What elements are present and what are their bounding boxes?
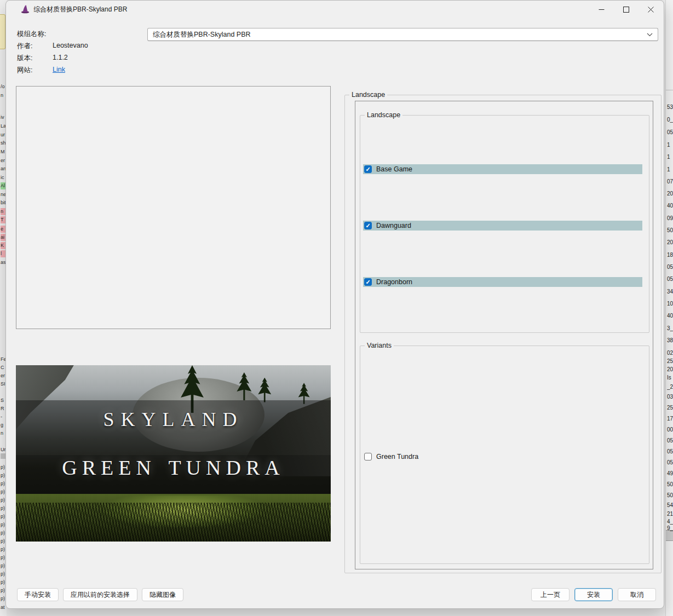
background-list-row: 05 <box>667 129 673 136</box>
website-link[interactable]: Link <box>53 66 65 73</box>
chevron-down-icon <box>647 31 653 38</box>
title-bar[interactable]: 综合材质替换PBR-Skyland PBR <box>6 1 664 18</box>
author-label: 作者: <box>17 42 32 51</box>
option-group-label: Landscape <box>365 111 402 119</box>
background-list-row: 9_ <box>667 525 673 532</box>
background-list-row: 02 <box>667 349 673 357</box>
mod-name-label: 模组名称: <box>17 30 46 39</box>
background-list-row: 1 <box>667 166 673 174</box>
footer-right-buttons: 上一页 安装 取消 <box>531 588 656 601</box>
previous-page-button[interactable]: 上一页 <box>531 588 570 601</box>
background-list-row: 54 <box>667 502 673 509</box>
background-list-row: 05 <box>667 275 673 283</box>
minimize-button[interactable] <box>589 1 614 18</box>
background-list-row: Is <box>667 374 673 382</box>
background-list-row: 03 <box>667 393 673 401</box>
background-panel-fragment <box>0 14 5 49</box>
background-list-row: 17 <box>667 415 673 423</box>
desktop: /onivLaurshMeranicAlnebitnTeaiKlasFeCerS… <box>0 0 673 616</box>
option-group-variants: Variants Green Tundra <box>360 346 649 564</box>
background-list-row: 40 <box>667 202 673 210</box>
option-row-dragonborn[interactable]: Dragonborn <box>363 277 642 287</box>
background-list-row: 09 <box>667 215 673 222</box>
background-list-row: 05 <box>667 437 673 445</box>
background-list-row: 20 <box>667 239 673 246</box>
background-list-row: 20 <box>667 366 673 373</box>
checkbox-icon[interactable] <box>364 165 372 173</box>
background-list-row: 21 <box>667 510 673 518</box>
mod-preview-image: Skyland Green Tundra <box>16 365 331 542</box>
option-group-label: Variants <box>365 342 394 350</box>
maximize-button[interactable] <box>614 1 639 18</box>
version-label: 版本: <box>17 54 32 63</box>
option-group-landscape: Landscape Base Game Dawnguard Dragonborn <box>360 115 649 333</box>
background-list-row: 20 <box>667 190 673 198</box>
step-group-landscape: Landscape Landscape Base Game Dawnguard … <box>344 95 662 573</box>
background-list-row: 50 <box>667 492 673 499</box>
step-group-label: Landscape <box>349 91 387 99</box>
option-row-green-tundra[interactable]: Green Tundra <box>363 452 642 462</box>
background-list-row: 10 <box>667 300 673 308</box>
background-list-row: 0_ <box>667 116 673 124</box>
option-label: Green Tundra <box>376 453 418 460</box>
checkbox-icon[interactable] <box>364 222 372 229</box>
option-row-base-game[interactable]: Base Game <box>363 164 642 174</box>
option-label: Dragonborn <box>376 278 412 286</box>
background-list-row: 34 <box>667 288 673 296</box>
options-scroll-area[interactable]: Landscape Base Game Dawnguard Dragonborn <box>355 101 653 569</box>
background-list-row: 38 <box>667 337 673 344</box>
mod-name-dropdown-value: 综合材质替换PBR-Skyland PBR <box>153 30 647 39</box>
background-list-row: 50 <box>667 481 673 488</box>
option-label: Dawnguard <box>376 222 411 229</box>
checkbox-icon[interactable] <box>364 278 372 286</box>
background-list-row: 1 <box>667 141 673 149</box>
background-list-row: 05 <box>667 459 673 467</box>
background-list-row: 40 <box>667 312 673 320</box>
install-button[interactable]: 安装 <box>574 588 613 601</box>
window-controls <box>589 1 663 18</box>
author-value: Leostevano <box>53 42 88 49</box>
background-list-row: 25 <box>667 404 673 412</box>
background-list-row: 49 <box>667 470 673 477</box>
checkbox-icon[interactable] <box>364 453 372 460</box>
option-row-dawnguard[interactable]: Dawnguard <box>363 221 642 231</box>
background-list-row: _2 <box>667 383 673 391</box>
image-grass-texture <box>16 503 331 542</box>
version-value: 1.1.2 <box>53 54 68 61</box>
cancel-button[interactable]: 取消 <box>618 588 656 601</box>
background-list-row: 3_ <box>667 325 673 332</box>
mod-description-box <box>16 86 331 329</box>
background-list-row: 25 <box>667 358 673 365</box>
hide-image-button[interactable]: 隐藏图像 <box>142 588 183 601</box>
apply-previous-choices-button[interactable]: 应用以前的安装选择 <box>63 588 137 601</box>
manual-install-button[interactable]: 手动安装 <box>17 588 59 601</box>
background-list-row: 07 <box>667 178 673 186</box>
image-title-line2: Green Tundra <box>16 448 331 482</box>
footer-left-buttons: 手动安装 应用以前的安装选择 隐藏图像 <box>17 588 183 601</box>
background-list-row: 50 <box>667 227 673 234</box>
wizard-hat-icon <box>20 4 30 14</box>
fomod-installer-dialog: 综合材质替换PBR-Skyland PBR 模组名称: 作者: Leosteva… <box>5 0 664 609</box>
background-list-row: 1 <box>667 153 673 161</box>
background-list-row: 05 <box>667 263 673 271</box>
background-window-right-edge: 530_051110720400950201805053410403_38022… <box>665 0 673 616</box>
mod-name-dropdown[interactable]: 综合材质替换PBR-Skyland PBR <box>147 28 658 41</box>
background-list-row: 05 <box>667 448 673 456</box>
background-list-row: 00 <box>667 426 673 434</box>
website-label: 网站: <box>17 66 32 75</box>
image-title-line1: Skyland <box>16 400 331 433</box>
window-title: 综合材质替换PBR-Skyland PBR <box>33 5 127 14</box>
background-list-row: 53 <box>667 103 673 111</box>
background-list-row: 18 <box>667 251 673 259</box>
option-label: Base Game <box>376 165 412 173</box>
background-divider <box>666 90 673 90</box>
close-button[interactable] <box>639 1 663 18</box>
